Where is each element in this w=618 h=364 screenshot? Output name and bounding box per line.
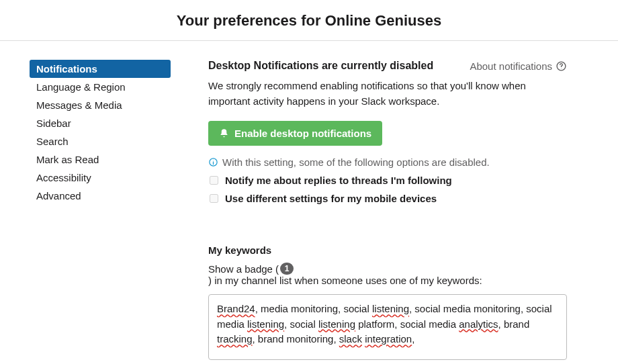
sidebar-item-sidebar[interactable]: Sidebar (30, 114, 171, 132)
svg-point-1 (561, 68, 562, 69)
enable-desktop-notifications-button[interactable]: Enable desktop notifications (208, 121, 382, 146)
checkbox-row-threads: Notify me about replies to threads I'm f… (208, 175, 567, 186)
keywords-value: Brand24, media monitoring, social listen… (217, 303, 552, 345)
keywords-description: Show a badge ( 1 ) in my channel list wh… (208, 263, 567, 286)
info-text: With this setting, some of the following… (222, 156, 490, 168)
keywords-heading: My keywords (208, 244, 567, 256)
enable-button-label: Enable desktop notifications (234, 128, 371, 139)
help-icon (556, 60, 567, 72)
svg-point-4 (213, 160, 214, 161)
main-content: Desktop Notifications are currently disa… (171, 60, 614, 364)
checkbox-mobile-settings-label[interactable]: Use different settings for my mobile dev… (225, 193, 437, 204)
notifications-description: We strongly recommend enabling notificat… (208, 79, 567, 109)
info-disabled-note: With this setting, some of the following… (208, 156, 567, 168)
checkbox-notify-threads-label[interactable]: Notify me about replies to threads I'm f… (225, 175, 452, 186)
checkbox-mobile-settings[interactable] (210, 194, 218, 203)
checkbox-row-mobile: Use different settings for my mobile dev… (208, 193, 567, 204)
sidebar-item-notifications[interactable]: Notifications (30, 60, 171, 78)
checkbox-notify-threads[interactable] (210, 176, 218, 185)
keywords-input[interactable]: Brand24, media monitoring, social listen… (208, 294, 567, 360)
bell-icon (219, 128, 229, 138)
info-icon (208, 157, 218, 167)
sidebar-item-accessibility[interactable]: Accessibility (30, 169, 171, 187)
main-container: Notifications Language & Region Messages… (0, 41, 618, 364)
notifications-header: Desktop Notifications are currently disa… (208, 60, 567, 72)
sidebar-item-messages-media[interactable]: Messages & Media (30, 96, 171, 114)
sidebar-item-language-region[interactable]: Language & Region (30, 78, 171, 96)
sidebar-item-advanced[interactable]: Advanced (30, 187, 171, 205)
about-notifications-label: About notifications (470, 60, 552, 72)
about-notifications-link[interactable]: About notifications (470, 60, 567, 72)
page-title: Your preferences for Online Geniuses (0, 12, 618, 30)
page-header: Your preferences for Online Geniuses (0, 0, 618, 41)
badge-icon: 1 (280, 263, 294, 275)
sidebar-item-search[interactable]: Search (30, 132, 171, 150)
keywords-section: My keywords Show a badge ( 1 ) in my cha… (208, 244, 567, 364)
keywords-desc-prefix: Show a badge ( (208, 263, 279, 275)
sidebar-item-mark-as-read[interactable]: Mark as Read (30, 150, 171, 169)
notifications-title: Desktop Notifications are currently disa… (208, 60, 433, 72)
keywords-desc-suffix: ) in my channel list when someone uses o… (208, 275, 482, 286)
sidebar: Notifications Language & Region Messages… (30, 60, 171, 364)
